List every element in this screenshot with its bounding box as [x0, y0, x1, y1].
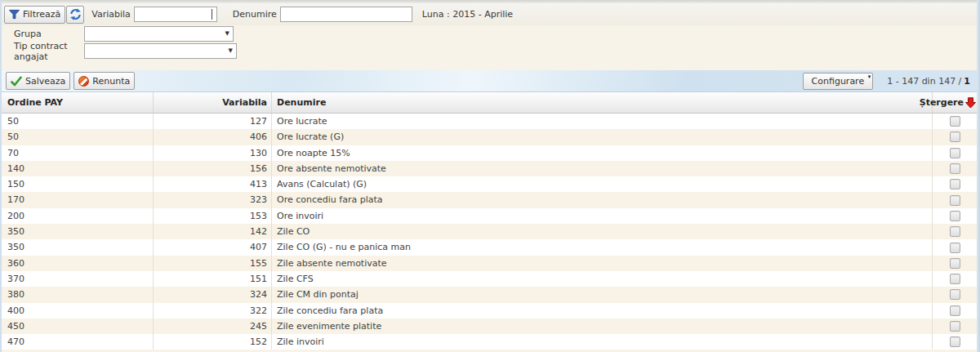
delete-checkbox[interactable]	[950, 211, 960, 221]
text-caret	[212, 9, 212, 20]
delete-checkbox[interactable]	[950, 305, 960, 316]
delete-checkbox[interactable]	[950, 321, 960, 332]
cell-variabila: 413	[153, 176, 271, 192]
column-header-stergere[interactable]: Ștergere	[932, 92, 977, 113]
delete-checkbox[interactable]	[950, 226, 960, 237]
cell-variabila: 156	[153, 161, 271, 176]
cell-stergere	[932, 287, 977, 302]
cell-ordine-pay: 470	[2, 334, 153, 350]
payroll-variables-page: Filtrează Variabila Denumire	[0, 0, 980, 352]
cell-stergere	[932, 319, 977, 334]
chevron-down-icon: ▼	[225, 31, 233, 37]
delete-checkbox[interactable]	[950, 148, 960, 158]
tip-contract-label: Tip contract angajat	[14, 41, 84, 62]
cell-denumire: Zile concediu fara plata	[271, 303, 932, 319]
delete-checkbox[interactable]	[950, 179, 960, 189]
page-edge-left	[0, 0, 2, 352]
cell-stergere	[932, 271, 977, 287]
cell-variabila: 151	[153, 271, 271, 287]
delete-checkbox[interactable]	[950, 274, 960, 284]
refresh-button[interactable]	[66, 6, 84, 24]
chevron-down-icon: ▼	[229, 48, 236, 54]
variabila-label: Variabila	[91, 9, 131, 20]
cancel-button[interactable]: Renunta	[74, 72, 135, 90]
cell-denumire: Ore lucrate (G)	[271, 129, 932, 145]
pagination-range: 1 - 147 din 147 /	[887, 76, 961, 87]
delete-checkbox[interactable]	[950, 116, 960, 127]
save-button[interactable]: Salveaza	[6, 72, 70, 90]
cell-denumire: Ore concediu fara plata	[271, 192, 932, 207]
funnel-icon	[9, 9, 20, 20]
delete-checkbox[interactable]	[950, 195, 960, 206]
cancel-button-label: Renunta	[92, 76, 130, 87]
table-row: 350 142 Zile CO	[2, 224, 977, 239]
grupa-row: Grupa ▼	[2, 25, 977, 42]
table-row: 370 151 Zile CFS	[2, 271, 977, 287]
cell-ordine-pay: 50	[2, 129, 153, 145]
denumire-input[interactable]	[281, 7, 412, 21]
cell-ordine-pay: 50	[2, 114, 153, 129]
table-row: 200 153 Ore invoiri	[2, 208, 977, 224]
cell-stergere	[932, 161, 977, 176]
tip-contract-select[interactable]: ▼	[84, 43, 237, 59]
column-header-variabila[interactable]: Variabila	[153, 92, 271, 113]
save-button-label: Salveaza	[25, 76, 65, 87]
table-header: Ordine PAY Variabila Denumire Ștergere	[2, 92, 977, 114]
table-row: 470 152 Zile invoiri	[2, 334, 977, 350]
denumire-label: Denumire	[233, 9, 277, 20]
cell-stergere	[932, 145, 977, 161]
cell-stergere	[932, 129, 977, 145]
cell-stergere	[932, 334, 977, 350]
cell-stergere	[932, 208, 977, 224]
cell-variabila: 152	[153, 334, 271, 350]
cell-ordine-pay: 150	[2, 176, 153, 192]
cell-denumire: Zile invoiri	[271, 334, 932, 350]
table-row: 170 323 Ore concediu fara plata	[2, 192, 977, 207]
cell-denumire: Zile evenimente platite	[271, 319, 932, 334]
page-edge-right	[977, 0, 980, 352]
delete-checkbox[interactable]	[950, 131, 960, 142]
delete-checkbox[interactable]	[950, 336, 960, 347]
cell-denumire: Zile absente nemotivate	[271, 256, 932, 271]
cell-stergere	[932, 303, 977, 319]
column-header-stergere-label: Ștergere	[920, 92, 964, 113]
configure-menu-caret-icon: ▾	[868, 74, 871, 80]
table-row: 150 413 Avans (Calculat) (G)	[2, 176, 977, 192]
cell-ordine-pay: 140	[2, 161, 153, 176]
cell-denumire: Ore absente nemotivate	[271, 161, 932, 176]
cell-stergere	[932, 256, 977, 271]
cell-denumire: Zile CO (G) - nu e panica man	[271, 239, 932, 255]
configure-button[interactable]: Configurare ▾	[803, 73, 874, 90]
delete-checkbox[interactable]	[950, 163, 960, 174]
grupa-select[interactable]: ▼	[84, 26, 234, 42]
variabila-input-wrap	[134, 7, 217, 22]
cell-variabila: 407	[153, 239, 271, 255]
toolbar: Salveaza Renunta Configurare ▾ 1 - 147 d…	[2, 70, 977, 92]
table-row: 360 155 Zile absente nemotivate	[2, 256, 977, 271]
cell-ordine-pay: 400	[2, 303, 153, 319]
cell-denumire: Zile CO	[271, 224, 932, 239]
filter-panel: Filtrează Variabila Denumire	[2, 3, 977, 71]
cell-stergere	[932, 114, 977, 129]
delete-checkbox[interactable]	[950, 243, 960, 253]
table-row: 450 245 Zile evenimente platite	[2, 319, 977, 334]
table-row: 140 156 Ore absente nemotivate	[2, 161, 977, 176]
cell-variabila: 406	[153, 129, 271, 145]
variabila-input[interactable]	[135, 7, 216, 21]
cell-stergere	[932, 224, 977, 239]
cell-denumire: Ore invoiri	[271, 208, 932, 224]
cell-denumire: Avans (Calculat) (G)	[271, 176, 932, 192]
cell-ordine-pay: 170	[2, 192, 153, 207]
delete-checkbox[interactable]	[950, 289, 960, 300]
filter-button[interactable]: Filtrează	[4, 6, 65, 24]
column-header-denumire[interactable]: Denumire	[271, 92, 932, 113]
cell-ordine-pay: 350	[2, 239, 153, 255]
table-row: 380 324 Zile CM din pontaj	[2, 287, 977, 302]
delete-checkbox[interactable]	[950, 258, 960, 269]
column-header-ordine-pay[interactable]: Ordine PAY	[2, 92, 153, 113]
table-row: 400 322 Zile concediu fara plata	[2, 303, 977, 319]
table-row: 50 406 Ore lucrate (G)	[2, 129, 977, 145]
pagination-current-page: 1	[964, 76, 970, 87]
table-row: 50 127 Ore lucrate	[2, 114, 977, 129]
cell-stergere	[932, 192, 977, 207]
